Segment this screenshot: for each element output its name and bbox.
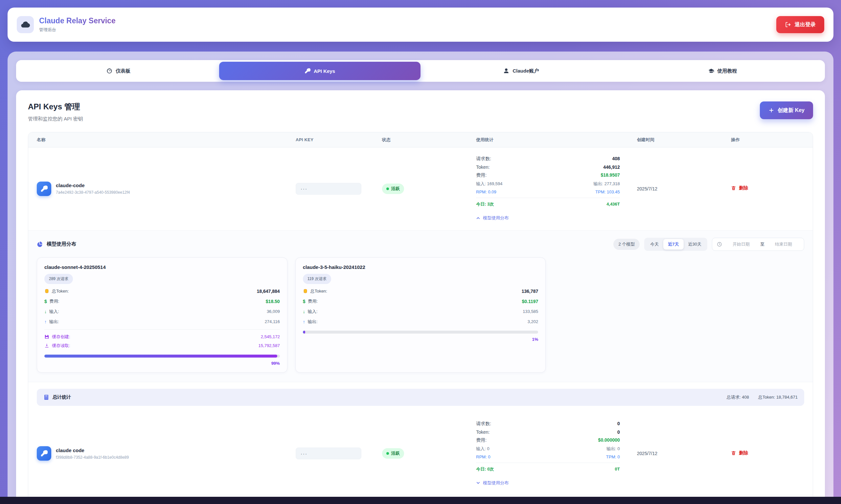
arrow-down-icon: ↓ (303, 309, 305, 314)
main-container: 仪表板 API Keys Claude账户 使用教程 API Keys 管理 管… (7, 52, 834, 504)
download-icon (45, 343, 49, 348)
tokens-value: 0 (617, 430, 620, 435)
requests-value: 408 (612, 156, 619, 161)
api-keys-panel: API Keys 管理 管理和监控您的 API 密钥 创建新 Key 名称 AP… (16, 90, 825, 504)
tab-label: API Keys (314, 68, 335, 74)
create-key-button[interactable]: 创建新 Key (760, 102, 813, 119)
cost-value: $0.000000 (598, 437, 620, 443)
key-icon (304, 68, 311, 74)
status-badge: 活跃 (382, 183, 404, 194)
api-key-masked[interactable]: ··· (296, 183, 361, 195)
totals-title: 总计统计 (53, 394, 71, 400)
plus-icon (768, 107, 774, 113)
tab-dashboard[interactable]: 仪表板 (18, 62, 219, 80)
filter-30days[interactable]: 近30天 (684, 239, 706, 250)
coins-icon (303, 289, 308, 293)
app-header: Claude Relay Service 管理后台 退出登录 (7, 7, 834, 42)
usage-stats: 请求数:0 Token:0 费用:$0.000000 输入: 0输出: 0 RP… (468, 421, 628, 487)
table-row: claude-code 7a4e2492-3c38-4797-a540-5539… (28, 147, 813, 231)
logout-icon (785, 21, 791, 28)
api-keys-table: 名称 API KEY 状态 使用统计 创建时间 操作 claude-code (28, 132, 813, 504)
filter-today[interactable]: 今天 (646, 239, 663, 250)
tokens-value: 446,912 (603, 164, 620, 170)
filter-7days[interactable]: 近7天 (663, 239, 683, 250)
model-input: 133,585 (523, 309, 538, 314)
tab-label: 使用教程 (717, 68, 737, 74)
arrow-up-icon: ↑ (303, 319, 305, 324)
model-name: claude-3-5-haiku-20241022 (303, 264, 539, 270)
table-row: claude code f398d8b8-7352-4a88-9a1f-6b1e… (28, 412, 813, 496)
gauge-icon (106, 68, 112, 74)
key-icon (40, 185, 48, 193)
status-badge: 活跃 (382, 448, 404, 459)
end-date-input[interactable] (768, 242, 799, 247)
create-key-label: 创建新 Key (777, 107, 805, 114)
tab-claude-account[interactable]: Claude账户 (421, 62, 622, 80)
col-created: 创建时间 (628, 137, 723, 143)
trash-icon (731, 185, 736, 191)
logout-button[interactable]: 退出登录 (776, 16, 824, 33)
tab-tutorial[interactable]: 使用教程 (622, 62, 823, 80)
delete-button[interactable]: 删除 (731, 185, 748, 191)
usage-progress-bar (45, 355, 280, 358)
calculator-icon (43, 394, 49, 400)
key-id: f398d8b8-7352-4a88-9a1f-6b1e0c4d8e89 (56, 455, 129, 460)
model-distribution-section: 模型使用分布 2 个模型 今天 近7天 近30天 (28, 231, 813, 382)
model-input: 36,009 (267, 309, 280, 314)
coins-icon (45, 289, 49, 293)
time-filter: 今天 近7天 近30天 (644, 238, 707, 251)
created-date: 2025/7/12 (628, 186, 723, 192)
model-requests-badge: 119 次请求 (303, 274, 331, 284)
totals-bar: 总计统计 总请求: 408 总Token: 18,784,671 (37, 389, 804, 406)
logout-label: 退出登录 (795, 21, 816, 28)
app-viewport: Claude Relay Service 管理后台 退出登录 仪表板 API K… (0, 0, 841, 504)
output-value: 277,318 (605, 181, 620, 186)
requests-value: 0 (617, 421, 620, 426)
model-count-badge: 2 个模型 (613, 239, 639, 250)
total-tokens: 总Token: 18,784,671 (758, 394, 798, 400)
key-avatar (37, 182, 51, 196)
usage-stats: 请求数:408 Token:446,912 费用:$18.9507 输入: 16… (468, 156, 628, 222)
chevron-up-icon (476, 216, 480, 220)
date-range-picker: 至 (712, 238, 804, 251)
key-icon (40, 450, 48, 457)
model-name: claude-sonnet-4-20250514 (45, 264, 280, 270)
status-dot (386, 452, 389, 455)
arrow-up-icon: ↑ (45, 319, 47, 324)
app-logo (17, 16, 34, 33)
model-output: 3,202 (528, 319, 539, 324)
page-subtitle: 管理和监控您的 API 密钥 (28, 116, 83, 122)
today-tokens: 4,436T (607, 202, 619, 206)
pie-chart-icon (37, 241, 43, 248)
table-header: 名称 API KEY 状态 使用统计 创建时间 操作 (28, 132, 813, 147)
created-date: 2025/7/12 (628, 451, 723, 456)
cloud-icon (20, 20, 30, 30)
tab-bar: 仪表板 API Keys Claude账户 使用教程 (16, 60, 825, 82)
dollar-icon: $ (45, 299, 47, 304)
cost-value: $18.9507 (600, 173, 619, 178)
col-actions: 操作 (722, 137, 813, 143)
key-name: claude code (56, 448, 129, 453)
model-card: claude-3-5-haiku-20241022 119 次请求 总Token… (295, 257, 546, 373)
col-api-key: API KEY (287, 137, 373, 142)
tpm-value: 0 (618, 454, 620, 460)
rpm-value: 0 (488, 454, 490, 460)
api-key-masked[interactable]: ··· (296, 448, 361, 460)
status-dot (386, 187, 389, 190)
today-requests: 0次 (487, 467, 494, 471)
cache-create-value: 2,545,172 (261, 334, 280, 339)
start-date-input[interactable] (725, 242, 757, 247)
model-dist-toggle[interactable]: 模型使用分布 (476, 215, 509, 221)
model-cost: $0.1197 (522, 299, 538, 304)
trash-icon (731, 450, 736, 456)
usage-progress-bar (303, 331, 539, 334)
key-avatar (37, 446, 51, 461)
model-dist-toggle[interactable]: 模型使用分布 (476, 480, 509, 486)
model-output: 274,116 (265, 319, 280, 324)
input-value: 0 (487, 446, 490, 451)
model-requests-badge: 289 次请求 (45, 274, 73, 284)
delete-button[interactable]: 删除 (731, 450, 748, 456)
key-id: 7a4e2492-3c38-4797-a540-553980ee12f4 (56, 190, 130, 195)
tab-api-keys[interactable]: API Keys (219, 62, 421, 80)
chevron-down-icon (476, 481, 480, 485)
